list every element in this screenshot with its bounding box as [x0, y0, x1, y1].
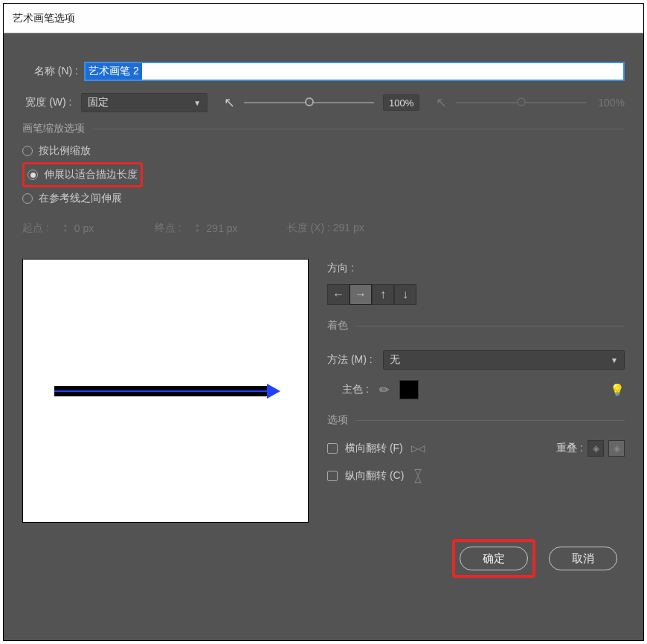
span-inputs: 起点 : ▲▼ 0 px 终点 : ▲▼ 291 px 长度 (X) : 291… — [22, 220, 625, 236]
end-label: 终点 : — [155, 222, 181, 235]
options-title: 选项 — [327, 413, 355, 427]
color-swatch[interactable] — [399, 380, 419, 399]
end-input: ▲▼ 291 px — [195, 220, 274, 236]
flip-v-icon: ▷◁ — [411, 468, 426, 483]
dialog-footer: 确定 取消 — [22, 523, 625, 578]
name-label: 名称 (N) : — [22, 65, 78, 78]
ok-highlight: 确定 — [452, 539, 535, 578]
coloring-group: 着色 方法 (M) : 无 ▼ 主色 : ✎ 💡 — [327, 326, 625, 399]
width-slider-2 — [456, 102, 586, 103]
radio-guides-label: 在参考线之间伸展 — [39, 192, 122, 205]
titlebar: 艺术画笔选项 — [4, 4, 643, 33]
flip-h-checkbox[interactable] — [327, 443, 338, 454]
dir-left-button[interactable]: ← — [327, 284, 350, 305]
preview-pane — [22, 259, 309, 523]
dir-down-button[interactable]: ↓ — [394, 284, 416, 305]
chevron-down-icon: ▼ — [611, 356, 618, 364]
chevron-down-icon: ▼ — [193, 99, 201, 107]
end-value: 291 px — [207, 220, 274, 236]
flip-h-icon: ▷◁ — [411, 441, 425, 456]
radio-stretch-label: 伸展以适合描边长度 — [44, 168, 138, 181]
name-input[interactable]: 艺术画笔 2 — [84, 62, 625, 81]
radio-guides[interactable]: 在参考线之间伸展 — [22, 187, 625, 210]
overlap-btn-2[interactable]: ◈ — [608, 440, 625, 457]
start-label: 起点 : — [22, 222, 49, 235]
maincolor-label: 主色 : — [327, 383, 369, 396]
radio-proportional[interactable]: 按比例缩放 — [22, 140, 625, 162]
preview-arrow — [54, 386, 277, 396]
dir-right-button[interactable]: → — [350, 284, 372, 305]
coloring-title: 着色 — [327, 319, 355, 332]
width-value-2: 100% — [595, 97, 625, 109]
length-label: 长度 (X) : 291 px — [287, 222, 364, 235]
method-label: 方法 (M) : — [327, 353, 373, 367]
width-mode-value: 固定 — [88, 96, 109, 109]
direction-group: 方向 : ← → ↑ ↓ — [327, 259, 625, 305]
width-mode-select[interactable]: 固定 ▼ — [81, 93, 208, 112]
radio-stretch[interactable]: 伸展以适合描边长度 — [28, 166, 138, 184]
overlap-label: 重叠 : — [556, 442, 583, 455]
width-value-1[interactable]: 100% — [383, 94, 419, 111]
flip-h-label: 横向翻转 (F) — [345, 442, 403, 455]
direction-title: 方向 : — [327, 262, 625, 275]
method-select[interactable]: 无 ▼ — [383, 350, 625, 370]
name-value: 艺术画笔 2 — [86, 63, 142, 80]
bulb-icon[interactable]: 💡 — [610, 383, 625, 397]
radio-proportional-label: 按比例缩放 — [39, 144, 91, 158]
scale-group-title: 画笔缩放选项 — [22, 122, 92, 135]
cursor-icon: ↖ — [224, 94, 235, 111]
flip-v-checkbox[interactable] — [327, 471, 338, 481]
cancel-button[interactable]: 取消 — [549, 547, 617, 570]
highlighted-radio: 伸展以适合描边长度 — [22, 162, 143, 187]
options-group: 选项 横向翻转 (F) ▷◁ 重叠 : ◈ ◈ 纵向翻转 (C) — [327, 420, 625, 489]
start-value: 0 px — [74, 220, 141, 236]
dialog-body: 名称 (N) : 艺术画笔 2 宽度 (W) : 固定 ▼ ↖ 100% ↖ 1… — [4, 33, 643, 640]
cursor-icon-2: ↖ — [436, 94, 447, 111]
method-value: 无 — [390, 353, 400, 367]
width-slider-1[interactable] — [244, 102, 374, 103]
width-label: 宽度 (W) : — [22, 96, 72, 109]
flip-v-label: 纵向翻转 (C) — [345, 469, 404, 483]
ok-button[interactable]: 确定 — [460, 547, 528, 570]
dialog-title: 艺术画笔选项 — [13, 12, 75, 25]
scale-options-group: 画笔缩放选项 按比例缩放 伸展以适合描边长度 在参考线之间伸展 起点 : ▲▼ — [22, 129, 625, 236]
eyedropper-icon[interactable]: ✎ — [376, 381, 393, 399]
start-input: ▲▼ 0 px — [62, 220, 141, 236]
dir-up-button[interactable]: ↑ — [372, 284, 394, 305]
overlap-btn-1[interactable]: ◈ — [588, 440, 604, 457]
